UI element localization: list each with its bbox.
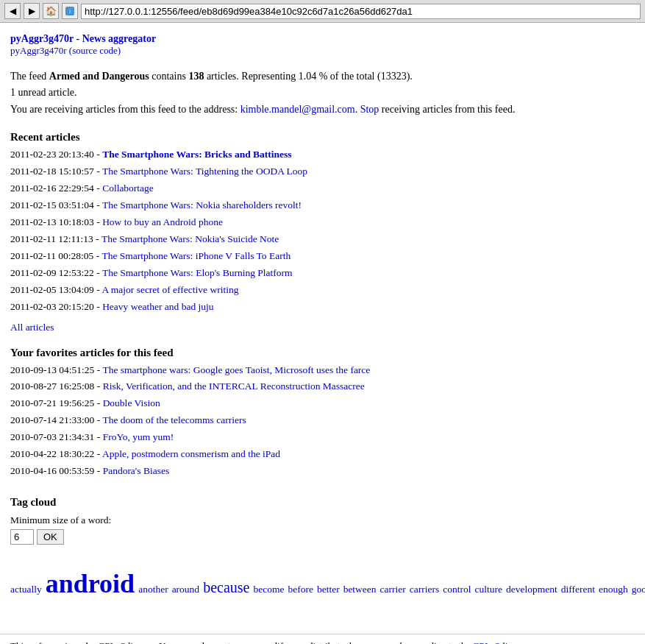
article-link[interactable]: FroYo, yum yum!: [103, 431, 174, 442]
recent-articles-section: Recent articles 2011-02-23 20:13:40 - Th…: [10, 131, 635, 333]
list-item: 2011-02-09 12:53:22 - The Smartphone War…: [10, 265, 635, 282]
list-item: 2011-02-23 20:13:40 - The Smartphone War…: [10, 146, 635, 163]
recent-heading: Recent articles: [10, 131, 635, 144]
tag-link[interactable]: between: [343, 584, 377, 595]
article-link[interactable]: The Smartphone Wars: Tightening the OODA…: [102, 166, 307, 177]
footer-suffix: license.: [502, 640, 531, 644]
browser-chrome: ◀ ▶ 🏠 i: [0, 0, 645, 23]
tag-link[interactable]: another: [138, 584, 168, 595]
favorites-section: Your favorites articles for this feed 20…: [10, 347, 635, 481]
feed-name: Armed and Dangerous: [49, 71, 149, 82]
footer: This software is under GPLv3 license. Yo…: [0, 634, 645, 644]
list-item: 2010-07-03 21:34:31 - FroYo, yum yum!: [10, 429, 635, 446]
min-size-label: Minimum size of a word:: [10, 514, 635, 526]
tag-link[interactable]: become: [253, 584, 284, 595]
tag-cloud: actuallyandroidanotheraroundbecausebecom…: [10, 555, 635, 613]
article-date: 2010-04-16 00:53:59: [10, 465, 94, 476]
tag-link[interactable]: because: [203, 579, 249, 595]
min-size-form: OK: [10, 529, 635, 545]
tag-link[interactable]: development: [506, 584, 557, 595]
tag-link[interactable]: better: [317, 584, 340, 595]
article-date: 2010-04-22 18:30:22: [10, 448, 94, 459]
list-item: 2010-07-21 19:56:25 - Double Vision: [10, 395, 635, 412]
site-title[interactable]: pyAggr3g470r - News aggregator: [10, 33, 156, 44]
footer-text: This software is under GPLv3 license. Yo…: [10, 640, 470, 644]
feed-summary: The feed Armed and Dangerous contains 13…: [10, 68, 635, 85]
article-link[interactable]: The doom of the telecomms carriers: [102, 414, 246, 425]
article-date: 2011-02-11 12:11:13: [10, 233, 93, 244]
tag-link[interactable]: before: [288, 584, 313, 595]
source-code-link[interactable]: pyAggr3g470r (source code): [10, 45, 121, 56]
tag-link[interactable]: carriers: [410, 584, 439, 595]
article-link[interactable]: Pandora's Biases: [103, 465, 170, 476]
list-item: 2011-02-15 03:51:04 - The Smartphone War…: [10, 197, 635, 214]
article-link[interactable]: Risk, Verification, and the INTERCAL Rec…: [103, 381, 365, 392]
article-link[interactable]: The Smartphone Wars: Nokia's Suicide Not…: [101, 233, 279, 244]
article-link[interactable]: The Smartphone Wars: Elop's Burning Plat…: [102, 267, 293, 278]
article-link[interactable]: The Smartphone Wars: Bricks and Battines…: [102, 149, 291, 160]
tag-link[interactable]: actually: [10, 584, 42, 595]
article-date: 2010-07-14 21:33:00: [10, 414, 94, 425]
all-articles-link[interactable]: All articles: [10, 322, 635, 333]
feed-info: The feed Armed and Dangerous contains 13…: [10, 68, 635, 118]
article-link[interactable]: The smartphone wars: Google goes Taoist,…: [102, 364, 370, 375]
list-item: 2011-02-05 13:04:09 - A major secret of …: [10, 282, 635, 299]
address-bar[interactable]: [81, 4, 641, 19]
tag-link[interactable]: culture: [475, 584, 502, 595]
forward-button[interactable]: ▶: [24, 3, 40, 19]
subscription-info: You are receiving articles from this fee…: [10, 102, 635, 118]
tag-link[interactable]: android: [46, 569, 135, 598]
stop-link[interactable]: Stop: [360, 104, 379, 115]
email-link[interactable]: kimble.mandel@gmail.com: [240, 104, 355, 115]
recent-article-list: 2011-02-23 20:13:40 - The Smartphone War…: [10, 146, 635, 315]
article-date: 2011-02-18 15:10:57: [10, 166, 94, 177]
tag-link[interactable]: around: [172, 584, 200, 595]
article-date: 2010-08-27 16:25:08: [10, 381, 94, 392]
article-date: 2011-02-15 03:51:04: [10, 199, 94, 210]
favorites-list: 2010-09-13 04:51:25 - The smartphone war…: [10, 362, 635, 481]
article-link[interactable]: A major secret of effective writing: [101, 284, 238, 295]
home-button[interactable]: 🏠: [43, 3, 59, 19]
list-item: 2010-09-13 04:51:25 - The smartphone war…: [10, 362, 635, 379]
tag-link[interactable]: different: [561, 584, 595, 595]
article-date: 2010-07-03 21:34:31: [10, 431, 94, 442]
article-date: 2011-02-11 00:28:05: [10, 250, 93, 261]
back-button[interactable]: ◀: [4, 3, 21, 19]
gpl-link[interactable]: GPLv3: [472, 640, 500, 644]
ok-button[interactable]: OK: [37, 529, 64, 545]
article-link[interactable]: Apple, postmodern consmerism and the iPa…: [102, 448, 280, 459]
article-count: 138: [188, 71, 204, 82]
article-date: 2011-02-13 10:18:03: [10, 216, 94, 227]
article-link[interactable]: The Smartphone Wars: Nokia shareholders …: [102, 199, 302, 210]
list-item: 2010-04-22 18:30:22 - Apple, postmodern …: [10, 446, 635, 463]
article-date: 2011-02-23 20:13:40: [10, 149, 94, 160]
list-item: 2011-02-18 15:10:57 - The Smartphone War…: [10, 163, 635, 180]
tag-link[interactable]: carrier: [380, 584, 406, 595]
list-item: 2011-02-11 12:11:13 - The Smartphone War…: [10, 231, 635, 248]
content-area: pyAggr3g470r - News aggregator pyAggr3g4…: [0, 23, 645, 619]
tag-link[interactable]: enough: [599, 584, 628, 595]
list-item: 2011-02-13 10:18:03 - How to buy an Andr…: [10, 214, 635, 231]
tag-link[interactable]: control: [443, 584, 471, 595]
list-item: 2010-04-16 00:53:59 - Pandora's Biases: [10, 463, 635, 480]
article-link[interactable]: Collabortage: [102, 183, 154, 194]
article-link[interactable]: How to buy an Android phone: [102, 216, 223, 227]
list-item: 2011-02-03 20:15:20 - Heavy weather and …: [10, 299, 635, 316]
list-item: 2011-02-11 00:28:05 - The Smartphone War…: [10, 248, 635, 265]
article-date: 2010-07-21 19:56:25: [10, 397, 94, 408]
favicon: i: [62, 3, 78, 19]
article-date: 2011-02-05 13:04:09: [10, 284, 94, 295]
article-link[interactable]: Heavy weather and bad juju: [102, 301, 213, 312]
article-date: 2011-02-16 22:29:54: [10, 183, 94, 194]
unread-info: 1 unread article.: [10, 85, 635, 101]
list-item: 2010-08-27 16:25:08 - Risk, Verification…: [10, 378, 635, 395]
tag-link[interactable]: google: [632, 584, 645, 595]
article-date: 2010-09-13 04:51:25: [10, 364, 94, 375]
min-size-input[interactable]: [10, 529, 34, 545]
article-link[interactable]: Double Vision: [103, 397, 160, 408]
article-date: 2011-02-09 12:53:22: [10, 267, 94, 278]
tag-cloud-heading: Tag cloud: [10, 496, 635, 509]
tag-cloud-section: Tag cloud Minimum size of a word: OK act…: [10, 496, 635, 613]
list-item: 2010-07-14 21:33:00 - The doom of the te…: [10, 412, 635, 429]
article-link[interactable]: The Smartphone Wars: iPhone V Falls To E…: [101, 250, 291, 261]
